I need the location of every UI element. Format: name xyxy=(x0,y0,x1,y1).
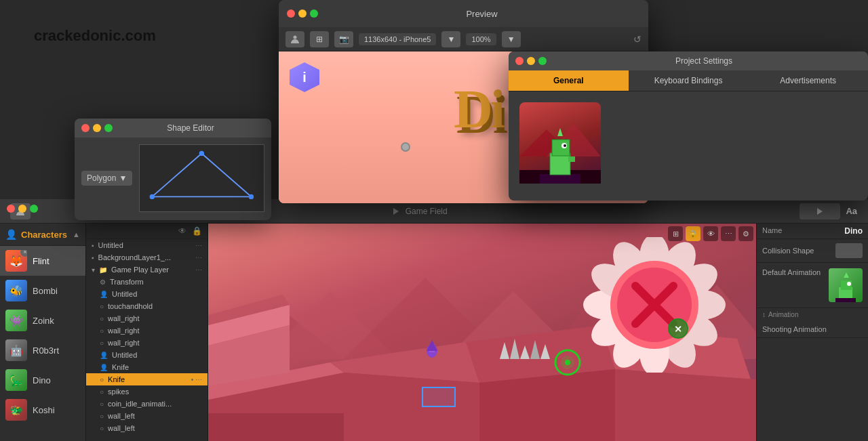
character-item-zoink[interactable]: 👾 Zoink xyxy=(0,306,85,335)
characters-title: 👤 Characters xyxy=(5,229,67,240)
layer-label-wall-left-2: wall_left xyxy=(108,424,202,432)
close-dot[interactable] xyxy=(7,205,15,213)
viewport-icon-1[interactable]: ⊞ xyxy=(668,226,683,241)
svg-text:✕: ✕ xyxy=(674,324,682,335)
collision-shape-value[interactable] xyxy=(835,243,863,258)
collapse-arrow-icon[interactable]: ▲ xyxy=(73,230,80,238)
dropdown-arrow-icon: ▼ xyxy=(119,173,127,183)
viewport-dots-icon[interactable]: ⋯ xyxy=(721,226,736,241)
ps-tab-ads[interactable]: Advertisements xyxy=(748,70,868,91)
layer-item-bg[interactable]: ▪ BackgroundLayer1_... ⋯ xyxy=(86,251,208,264)
gear-enemy: ✕ xyxy=(580,237,729,375)
game-field-arrow xyxy=(393,208,399,215)
character-item-r0b3rt[interactable]: 🤖 R0b3rt xyxy=(0,335,85,365)
character-item-flint[interactable]: 🦊 × Flint xyxy=(0,246,85,276)
lock-icon[interactable]: 🔒 xyxy=(192,226,202,236)
selection-box xyxy=(422,387,456,407)
character-item-dino[interactable]: 🦕 Dino xyxy=(0,365,85,395)
layer-item-untitled-1[interactable]: ▪ Untitled ⋯ xyxy=(86,239,208,251)
svg-marker-54 xyxy=(153,153,252,196)
aa-button[interactable]: Aa xyxy=(846,206,857,216)
polygon-dropdown[interactable]: Polygon ▼ xyxy=(81,171,132,186)
koshi-avatar: 🐲 xyxy=(5,399,27,421)
svg-marker-51 xyxy=(844,272,849,278)
viewport-lock-icon[interactable]: 🔒 xyxy=(686,226,701,241)
preview-dots xyxy=(287,9,318,18)
preview-dropdown-btn[interactable]: ▼ xyxy=(441,31,460,47)
shape-editor-window: Shape Editor Polygon ▼ xyxy=(75,119,271,220)
shape-close-dot[interactable] xyxy=(81,124,90,132)
layer-folder-icon: ▾ xyxy=(92,266,95,274)
name-column-header: Name xyxy=(762,226,844,236)
viewport-gear-icon[interactable]: ⚙ xyxy=(738,226,753,241)
layer-item-wall-right-3[interactable]: ○ wall_right xyxy=(86,337,208,349)
layer-item-touchandhold[interactable]: ○ touchandhold xyxy=(86,300,208,312)
shape-editor-titlebar: Shape Editor xyxy=(75,119,271,138)
preview-camera-btn[interactable]: 📷 xyxy=(334,31,353,47)
layer-item-knife-2[interactable]: ○ Knife • ⋯ xyxy=(86,373,208,385)
game-viewport[interactable]: ✕ ⊞ 🔒 👁 ⋯ ⚙ xyxy=(208,224,756,441)
ps-tab-keyboard[interactable]: Keyboard Bindings xyxy=(629,70,749,91)
r0b3rt-name: R0b3rt xyxy=(33,345,59,356)
layer-item-transform[interactable]: ⚙ Transform xyxy=(86,276,208,288)
layer-item-knife-1[interactable]: 👤 Knife xyxy=(86,361,208,373)
svg-point-56 xyxy=(249,194,254,199)
watermark: crackedonic.com xyxy=(34,27,156,45)
right-panel-header: Name Dino xyxy=(757,224,868,239)
preview-zoom-dropdown-btn[interactable]: ▼ xyxy=(502,31,521,47)
preview-zoom[interactable]: 100% xyxy=(466,33,496,45)
play-button[interactable] xyxy=(800,203,840,219)
layer-circle-icon-touch: ○ xyxy=(100,303,104,310)
svg-rect-64 xyxy=(552,140,570,156)
layer-panel: 👁 🔒 ▪ Untitled ⋯ ▪ BackgroundLayer1_... … xyxy=(86,224,208,441)
ps-dino-svg xyxy=(533,123,587,184)
preview-person-btn[interactable] xyxy=(285,31,304,47)
layer-item-coin[interactable]: ○ coin_idle_animati... xyxy=(86,398,208,410)
game-field-label: Game Field xyxy=(406,207,448,216)
layer-circle-icon-coin: ○ xyxy=(100,400,104,408)
shape-min-dot[interactable] xyxy=(93,124,101,132)
layer-label-knife-1: Knife xyxy=(112,363,202,371)
flint-delete-btn[interactable]: × xyxy=(20,250,27,257)
layer-item-gameplay[interactable]: ▾ 📁 Game Play Layer ⋯ xyxy=(86,264,208,276)
preview-max-dot[interactable] xyxy=(310,9,318,18)
layer-doc-icon: ▪ xyxy=(92,242,94,249)
ps-thumbnail xyxy=(519,102,601,184)
layer-item-untitled-3[interactable]: 👤 Untitled xyxy=(86,349,208,361)
eye-icon[interactable]: 👁 xyxy=(178,226,186,236)
default-animation-thumbnail[interactable] xyxy=(829,268,863,302)
ps-titlebar: Project Settings xyxy=(509,51,868,70)
character-item-koshi[interactable]: 🐲 Koshi xyxy=(0,395,85,425)
layer-item-untitled-2[interactable]: 👤 Untitled xyxy=(86,288,208,300)
characters-person-icon: 👤 xyxy=(5,229,17,240)
zoink-avatar: 👾 xyxy=(5,310,27,331)
layer-item-wall-right-2[interactable]: ○ wall_right xyxy=(86,324,208,337)
maximize-dot[interactable] xyxy=(30,205,38,213)
shape-max-dot[interactable] xyxy=(104,124,113,132)
layer-item-wall-left-2[interactable]: ○ wall_left xyxy=(86,422,208,434)
preview-resolution[interactable]: 1136x640 - iPhone5 xyxy=(359,33,436,45)
ps-close-dot[interactable] xyxy=(515,57,524,65)
svg-rect-62 xyxy=(540,174,580,184)
preview-min-dot[interactable] xyxy=(298,9,307,18)
info-hexagon: i xyxy=(290,62,319,92)
character-item-bombi[interactable]: 🐝 Bombi xyxy=(0,276,85,306)
shape-editor-canvas[interactable] xyxy=(139,144,264,212)
svg-rect-68 xyxy=(568,156,575,162)
layer-item-wall-left-1[interactable]: ○ wall_left xyxy=(86,410,208,422)
viewport-eye-icon[interactable]: 👁 xyxy=(703,226,718,241)
layer-item-spikes[interactable]: ○ spikes xyxy=(86,385,208,398)
preview-refresh-icon[interactable]: ↺ xyxy=(633,34,642,45)
ps-dino-figure xyxy=(533,123,587,184)
svg-marker-12 xyxy=(208,413,344,441)
ps-max-dot[interactable] xyxy=(538,57,547,65)
ps-tab-general[interactable]: General xyxy=(509,70,629,91)
layer-label-spikes: spikes xyxy=(108,387,202,396)
preview-close-dot[interactable] xyxy=(287,9,295,18)
svg-marker-65 xyxy=(557,128,563,136)
default-animation-label: Default Animation xyxy=(762,268,821,276)
preview-expand-btn[interactable]: ⊞ xyxy=(310,31,329,47)
ps-min-dot[interactable] xyxy=(527,57,535,65)
layer-item-wall-right-1[interactable]: ○ wall_right xyxy=(86,312,208,324)
minimize-dot[interactable] xyxy=(18,205,26,213)
